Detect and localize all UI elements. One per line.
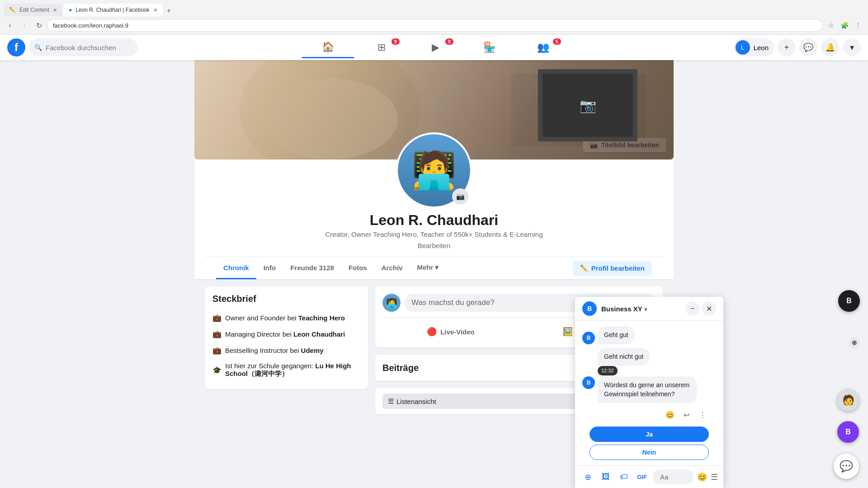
account-menu-button[interactable]: ▾ [843, 38, 861, 56]
chat-message-text-2: Würdest du gerne an unserem Gewinnspiel … [604, 381, 689, 398]
briefcase-icon-0: 💼 [212, 313, 222, 322]
edit-profile-button[interactable]: ✏️ Profil bearbeiten [573, 261, 652, 276]
new-tab-button[interactable]: + [164, 5, 175, 16]
chat-message-1: Geht nicht gut 12:32 [598, 348, 650, 366]
composer-avatar: 🧑‍💻 [382, 294, 401, 312]
quick-reply-nein[interactable]: Nein [590, 445, 709, 460]
float-biz-avatar-2[interactable]: 🧑 [837, 389, 859, 411]
nav-store[interactable]: 🏪 [463, 37, 515, 58]
profile-name: Leon R. Chaudhari [370, 212, 498, 229]
chat-sender-avatar-2: B [582, 376, 595, 389]
profile-button[interactable]: L Leon [734, 38, 774, 56]
avatar-edit-button[interactable]: 📷 [452, 188, 468, 205]
sidebar: Steckbrief 💼 Owner and Founder bei Teach… [205, 286, 368, 414]
reload-button[interactable]: ↻ [33, 19, 45, 32]
tab2-title: Leon R. Chaudhari | Facebook [75, 7, 149, 13]
nav-tab-freunde[interactable]: Freunde 3128 [283, 258, 341, 279]
chevron-down-icon: ▾ [644, 306, 647, 313]
messenger-float-button[interactable]: 💬 [834, 454, 859, 479]
avatar-initial: L [741, 44, 745, 51]
video-badge: 9 [445, 38, 453, 45]
chat-header: B Business XY ▾ − ✕ [575, 297, 723, 321]
chat-expand-button[interactable]: ⊕ [849, 337, 860, 348]
info-text-0: Owner and Founder bei Teaching Hero [225, 314, 345, 322]
chat-message-row-1: Geht nicht gut 12:32 [598, 348, 716, 366]
bookmark-icon[interactable]: ☆ [825, 19, 837, 32]
tab1-close-icon[interactable]: ✕ [53, 7, 57, 13]
float-biz-avatar[interactable]: B [837, 421, 859, 443]
info-bold-1: Leon Chaudhari [293, 330, 345, 338]
chat-avatar-text: B [587, 305, 592, 312]
chat-message-0: Geht gut [598, 326, 635, 344]
address-bar[interactable]: facebook.com/leon.raphael.9 [47, 19, 823, 32]
chronik-label: Chronik [223, 264, 249, 272]
feed-badge: 9 [392, 38, 400, 45]
chat-footer: ⊕ 🖼 🏷 GIF Aa 😊 ☰ [575, 465, 723, 488]
nav-feed[interactable]: ⊞ 9 [356, 37, 408, 58]
messenger-float-icon: 💬 [840, 460, 853, 473]
more-reaction-button[interactable]: ⋮ [696, 408, 709, 421]
chat-emoji-button[interactable]: 😊 [697, 472, 707, 482]
nav-groups[interactable]: 👥 5 [517, 37, 569, 58]
edit-profile-label: Profil bearbeiten [591, 264, 645, 272]
camera-edit-icon: 📷 [456, 192, 465, 201]
live-video-button[interactable]: 🔴 Live-Video [382, 323, 519, 340]
search-bar[interactable]: 🔍 [29, 38, 137, 56]
info-label: Info [264, 264, 276, 272]
browser-tab-2[interactable]: ● Leon R. Chaudhari | Facebook ✕ [63, 4, 162, 16]
search-input[interactable] [46, 44, 127, 52]
chat-minimize-button[interactable]: − [685, 301, 700, 316]
nav-video[interactable]: ▶ 9 [410, 37, 462, 58]
nav-right: L Leon + 💬 🔔 ▾ [734, 38, 861, 56]
tab1-title: Edit Content [19, 7, 49, 13]
extensions-icon[interactable]: 🧩 [838, 19, 851, 32]
list-label: Listenansicht [396, 398, 436, 405]
nav-tab-mehr[interactable]: Mehr ▾ [410, 257, 446, 279]
notifications-button[interactable]: 🔔 [821, 38, 839, 56]
chat-image-button[interactable]: 🖼 [599, 470, 613, 484]
browser-tab-1[interactable]: ✏️ Edit Content ✕ [4, 4, 62, 16]
tab2-favicon: ● [69, 7, 72, 13]
reply-reaction-button[interactable]: ↩ [680, 408, 693, 421]
chat-header-actions: − ✕ [685, 301, 716, 316]
chat-close-button[interactable]: ✕ [702, 301, 716, 316]
feed-icon: ⊞ [377, 42, 386, 53]
browser-tabs: ✏️ Edit Content ✕ ● Leon R. Chaudhari | … [0, 0, 868, 16]
back-button[interactable]: ‹ [4, 19, 16, 32]
nav-tab-chronik[interactable]: Chronik [216, 258, 256, 279]
info-text-2: Bestselling Instructor bei Udemy [225, 347, 324, 354]
messenger-button[interactable]: 💬 [799, 38, 817, 56]
nav-home[interactable]: 🏠 [302, 37, 354, 58]
chat-text-input[interactable]: Aa [653, 469, 693, 484]
freunde-count: 3128 [319, 264, 334, 272]
nav-tab-info[interactable]: Info [256, 258, 283, 279]
posts-title: Beiträge [382, 363, 419, 373]
live-label: Live-Video [440, 328, 475, 336]
chat-sticker-button[interactable]: 🏷 [617, 470, 631, 484]
nein-label: Nein [642, 449, 656, 456]
toolbar-actions: ☆ 🧩 ⋮ [825, 19, 864, 32]
facebook-navbar: f 🔍 🏠 ⊞ 9 ▶ 9 🏪 👥 5 L Leon [0, 35, 868, 60]
nav-tab-archiv[interactable]: Archiv [374, 258, 410, 279]
chat-menu-button[interactable]: ☰ [711, 472, 718, 482]
photo-icon: 🖼️ [563, 327, 573, 337]
menu-icon[interactable]: ⋮ [852, 19, 864, 32]
emoji-reaction-button[interactable]: 😊 [664, 408, 676, 421]
composer-placeholder: Was machst du gerade? [411, 298, 495, 307]
info-item-3: 🎓 Ist hier zur Schule gegangen: Lu He Hi… [212, 358, 361, 382]
info-bold-0: Teaching Hero [298, 314, 345, 322]
chat-add-button[interactable]: ⊕ [580, 470, 595, 484]
mehr-chevron-icon: ▾ [435, 263, 439, 271]
quick-reply-ja[interactable]: Ja [590, 427, 709, 442]
info-text-3: Ist hier zur Schule gegangen: Lu He High… [225, 362, 361, 378]
chat-page-float-button[interactable]: B [838, 290, 860, 312]
tab2-close-icon[interactable]: ✕ [153, 7, 157, 13]
chat-gif-button[interactable]: GIF [635, 470, 649, 484]
info-item-0: 💼 Owner and Founder bei Teaching Hero [212, 310, 361, 326]
forward-button[interactable]: › [18, 19, 31, 32]
nav-tab-fotos[interactable]: Fotos [341, 258, 374, 279]
add-button[interactable]: + [778, 38, 796, 56]
chat-message-row-2: B Würdest du gerne an unserem Gewinnspie… [582, 376, 716, 403]
edit-bio-link[interactable]: Bearbeiten [418, 242, 451, 249]
steckbrief-title: Steckbrief [212, 294, 361, 304]
